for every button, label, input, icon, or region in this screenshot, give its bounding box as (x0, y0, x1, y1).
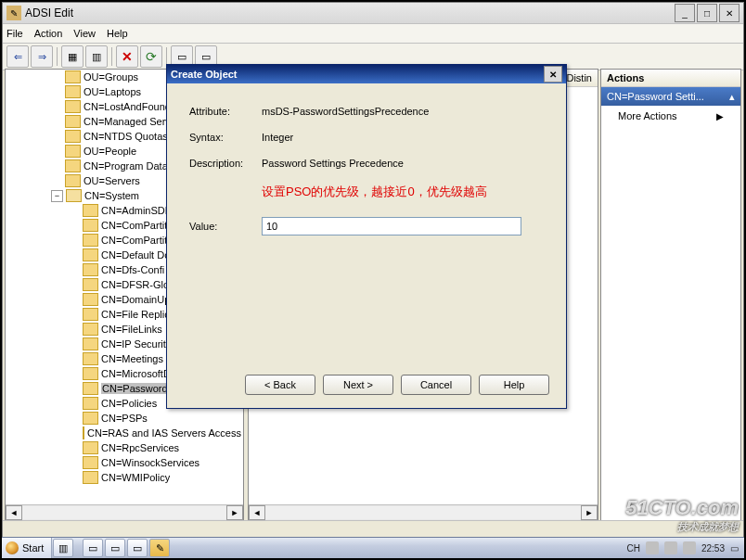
back-button[interactable]: < Back (245, 375, 315, 395)
more-actions[interactable]: More Actions ▶ (601, 106, 740, 126)
folder-icon (65, 85, 81, 98)
folder-icon (83, 412, 98, 425)
folder-icon (83, 234, 98, 247)
folder-icon (83, 293, 98, 306)
taskbar-item[interactable]: ▭ (105, 539, 125, 557)
value-label: Value: (189, 221, 262, 232)
cancel-button[interactable]: Cancel (401, 375, 471, 395)
tree-node[interactable]: CN=RpcServices (6, 440, 243, 455)
clock[interactable]: 22:53 (701, 543, 725, 554)
folder-icon (83, 456, 98, 469)
tree-label: CN=System (84, 190, 139, 201)
tree-label: CN=Meetings (101, 353, 163, 364)
chevron-right-icon: ▶ (716, 111, 724, 121)
system-tray[interactable]: CH 22:53 ▭ (622, 541, 744, 554)
folder-icon (65, 100, 81, 113)
actions-context[interactable]: CN=Password Setti... ▴ (601, 87, 740, 106)
tray-icon[interactable] (664, 541, 677, 554)
folder-icon (83, 337, 98, 350)
taskbar-item[interactable]: ▥ (53, 539, 73, 557)
lang-indicator[interactable]: CH (627, 543, 640, 554)
dialog-close-button[interactable]: ✕ (544, 66, 562, 83)
syntax-label: Syntax: (189, 132, 262, 143)
app-icon: ✎ (6, 6, 21, 20)
show-desktop[interactable]: ▭ (730, 543, 739, 554)
folder-icon (65, 159, 81, 172)
toggle-icon[interactable]: − (51, 190, 63, 202)
scroll-right-icon[interactable]: ► (581, 505, 598, 520)
forward-button[interactable]: ⇒ (31, 45, 53, 68)
tree-label: CN=Password (101, 383, 169, 394)
minimize-button[interactable]: _ (675, 4, 695, 22)
tree-label: CN=RpcServices (101, 442, 179, 453)
start-button[interactable]: Start (2, 538, 52, 558)
close-button[interactable]: ✕ (719, 4, 740, 22)
folder-icon (65, 174, 81, 187)
menu-action[interactable]: Action (34, 28, 63, 39)
menu-view[interactable]: View (73, 28, 96, 39)
tree-label: CN=Managed Serv (84, 116, 171, 127)
tree-node[interactable]: CN=WinsockServices (6, 455, 243, 470)
dialog-title: Create Object (171, 69, 238, 80)
folder-icon (65, 130, 81, 143)
menubar: File Action View Help (3, 24, 743, 44)
actions-context-label: CN=Password Setti... (607, 91, 704, 102)
taskbar-item-active[interactable]: ✎ (149, 539, 170, 557)
folder-icon (83, 471, 98, 484)
tree-node[interactable]: CN=RAS and IAS Servers Access Che (6, 426, 243, 440)
tree-label: CN=NTDS Quotas (84, 131, 168, 142)
folder-icon (83, 323, 98, 336)
tree-node[interactable]: CN=PSPs (6, 411, 243, 426)
tree-label: OU=Laptops (84, 86, 141, 97)
up-button[interactable]: ▦ (61, 45, 84, 68)
more-actions-label: More Actions (618, 110, 677, 121)
scroll-right-icon[interactable]: ► (226, 505, 243, 520)
titlebar: ✎ ADSI Edit _ □ ✕ (3, 3, 743, 24)
dialog-titlebar: Create Object ✕ (167, 65, 566, 83)
next-button[interactable]: Next > (323, 375, 393, 395)
tree-hscroll[interactable]: ◄ ► (6, 504, 243, 520)
value-input[interactable] (262, 217, 521, 235)
menu-help[interactable]: Help (107, 28, 128, 39)
folder-icon (65, 70, 81, 83)
tree-label: CN=DomainUp (101, 294, 170, 305)
folder-icon (65, 145, 81, 158)
start-label: Start (22, 542, 44, 554)
taskbar-item[interactable]: ▭ (83, 539, 103, 557)
tree-label: CN=Default Do (101, 249, 170, 261)
scroll-left-icon[interactable]: ◄ (6, 505, 22, 520)
taskbar-item[interactable]: ▭ (127, 539, 148, 557)
tree-label: CN=MicrosoftD (101, 368, 171, 379)
taskbar[interactable]: Start ▥ ▭ ▭ ▭ ✎ CH 22:53 ▭ (2, 537, 744, 558)
scroll-left-icon[interactable]: ◄ (249, 505, 265, 520)
properties-button[interactable]: ▥ (85, 45, 108, 68)
tree-label: CN=LostAndFound (84, 101, 171, 112)
folder-icon (83, 397, 98, 410)
menu-file[interactable]: File (6, 28, 23, 39)
maximize-button[interactable]: □ (697, 4, 717, 22)
window-title: ADSI Edit (25, 6, 73, 19)
tree-label: CN=WinsockServices (101, 457, 199, 468)
tree-label: CN=File Replic (101, 309, 170, 320)
tray-icon[interactable] (646, 541, 659, 554)
delete-button[interactable]: ✕ (116, 45, 138, 68)
list-hscroll[interactable]: ◄ ► (249, 504, 598, 520)
tree-label: CN=ComPartit (101, 220, 167, 231)
folder-icon (83, 352, 98, 365)
tree-label: CN=WMIPolicy (101, 472, 170, 483)
actions-pane: Actions CN=Password Setti... ▴ More Acti… (600, 69, 741, 521)
tree-label: CN=Program Data (84, 160, 168, 172)
folder-icon (83, 204, 98, 217)
help-button[interactable]: Help (479, 375, 549, 395)
tree-label: CN=DFSR-Glo (101, 279, 169, 290)
refresh-button[interactable]: ⟳ (140, 45, 162, 68)
start-orb-icon (6, 541, 19, 554)
tray-icon[interactable] (683, 541, 696, 554)
col-distin[interactable]: Distin (566, 72, 592, 83)
create-object-dialog: Create Object ✕ Attribute: msDS-Password… (166, 64, 567, 409)
tree-node[interactable]: CN=WMIPolicy (6, 470, 243, 485)
actions-title: Actions (601, 70, 740, 87)
folder-icon (65, 115, 81, 128)
back-button[interactable]: ⇐ (6, 45, 29, 68)
tree-label: CN=FileLinks (101, 324, 162, 335)
